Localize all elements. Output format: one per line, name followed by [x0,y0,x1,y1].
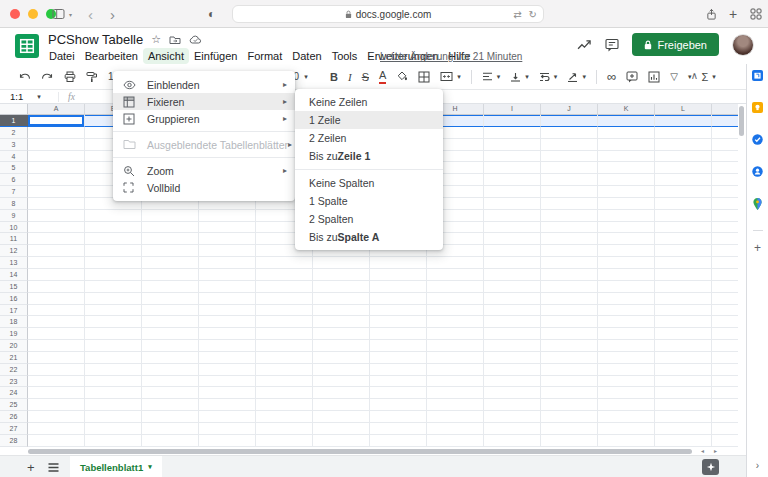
row-header-1[interactable]: 1 [0,115,28,127]
borders-icon[interactable] [418,71,430,83]
cell[interactable] [598,151,655,163]
document-title[interactable]: PCShow Tabelle [48,32,143,47]
undo-icon[interactable] [18,72,31,82]
cell[interactable] [313,435,370,447]
freeze-option-keine-zeilen[interactable]: Keine Zeilen [295,93,443,111]
cell[interactable] [85,435,142,447]
menu-bearbeiten[interactable]: Bearbeiten [80,48,143,64]
cell[interactable] [142,399,199,411]
cell[interactable] [142,411,199,423]
freeze-option-bis-zu-spalte-a[interactable]: Bis zu Spalte A [295,228,443,246]
view-menu-item-gruppieren[interactable]: Gruppieren▸ [113,110,295,127]
cell[interactable] [541,245,598,257]
add-sheet-icon[interactable]: + [27,456,35,477]
cell[interactable] [28,281,85,293]
cell[interactable] [28,411,85,423]
freeze-option-keine-spalten[interactable]: Keine Spalten [295,174,443,192]
cell[interactable] [256,364,313,376]
cell[interactable] [655,257,712,269]
cell[interactable] [28,376,85,388]
create-filter-icon[interactable]: ▽ [670,71,678,82]
cell[interactable] [598,174,655,186]
freeze-option-1-spalte[interactable]: 1 Spalte [295,192,443,210]
cell[interactable] [427,435,484,447]
reload-icon[interactable]: ↻ [529,9,537,20]
cell[interactable] [541,316,598,328]
cell[interactable] [85,210,142,222]
row-header-7[interactable]: 7 [0,186,28,198]
cell[interactable] [427,328,484,340]
menu-format[interactable]: Format [242,48,287,64]
cell[interactable] [85,364,142,376]
cell[interactable] [256,399,313,411]
cell[interactable] [28,435,85,447]
cell[interactable] [712,281,738,293]
freeze-option-1-zeile[interactable]: 1 Zeile [295,111,443,129]
cell[interactable] [142,257,199,269]
cell[interactable] [85,387,142,399]
scroll-left-icon[interactable]: ◂ [701,447,704,455]
cell[interactable] [541,423,598,435]
cell[interactable] [313,352,370,364]
cell[interactable] [484,281,541,293]
cell[interactable] [484,115,541,127]
explore-button[interactable] [702,459,719,475]
cell[interactable] [85,376,142,388]
row-header-20[interactable]: 20 [0,340,28,352]
cell[interactable] [85,293,142,305]
cell[interactable] [655,387,712,399]
cell[interactable] [370,423,427,435]
cell[interactable] [712,305,738,317]
functions-select[interactable]: Σ▾ [701,71,715,83]
row-header-12[interactable]: 12 [0,245,28,257]
redo-icon[interactable] [41,72,54,82]
cell[interactable] [28,115,85,127]
cell[interactable] [598,293,655,305]
cell[interactable] [655,352,712,364]
cell[interactable] [427,316,484,328]
cell[interactable] [484,139,541,151]
cell[interactable] [199,435,256,447]
cell[interactable] [256,281,313,293]
cell[interactable] [712,376,738,388]
cell[interactable] [370,340,427,352]
cell[interactable] [199,352,256,364]
cell[interactable] [541,162,598,174]
cell[interactable] [199,269,256,281]
cell[interactable] [598,340,655,352]
cell[interactable] [712,198,738,210]
sheet-tab-active[interactable]: Tabellenblatt1 ▾ [70,456,162,477]
row-header-9[interactable]: 9 [0,210,28,222]
cell[interactable] [484,127,541,139]
cell[interactable] [313,257,370,269]
cell[interactable] [655,233,712,245]
cell[interactable] [541,151,598,163]
cell[interactable] [541,411,598,423]
cell[interactable] [85,423,142,435]
cell[interactable] [142,340,199,352]
cell[interactable] [655,174,712,186]
cell[interactable] [598,399,655,411]
cell[interactable] [655,222,712,234]
cell[interactable] [313,411,370,423]
cell[interactable] [427,376,484,388]
cell[interactable] [484,162,541,174]
cell[interactable] [142,222,199,234]
menu-daten[interactable]: Daten [287,48,326,64]
cell[interactable] [598,269,655,281]
cell[interactable] [484,198,541,210]
cell[interactable] [28,151,85,163]
chevron-down-icon[interactable]: ▾ [69,0,72,28]
cell[interactable] [85,233,142,245]
cell[interactable] [484,316,541,328]
text-rotation-select[interactable]: ▾ [567,72,586,82]
cell[interactable] [256,269,313,281]
cell[interactable] [541,352,598,364]
cell[interactable] [712,186,738,198]
cell[interactable] [28,399,85,411]
cell[interactable] [85,411,142,423]
cell[interactable] [370,387,427,399]
column-header-i[interactable]: I [484,104,541,115]
cell[interactable] [28,198,85,210]
cell[interactable] [598,162,655,174]
